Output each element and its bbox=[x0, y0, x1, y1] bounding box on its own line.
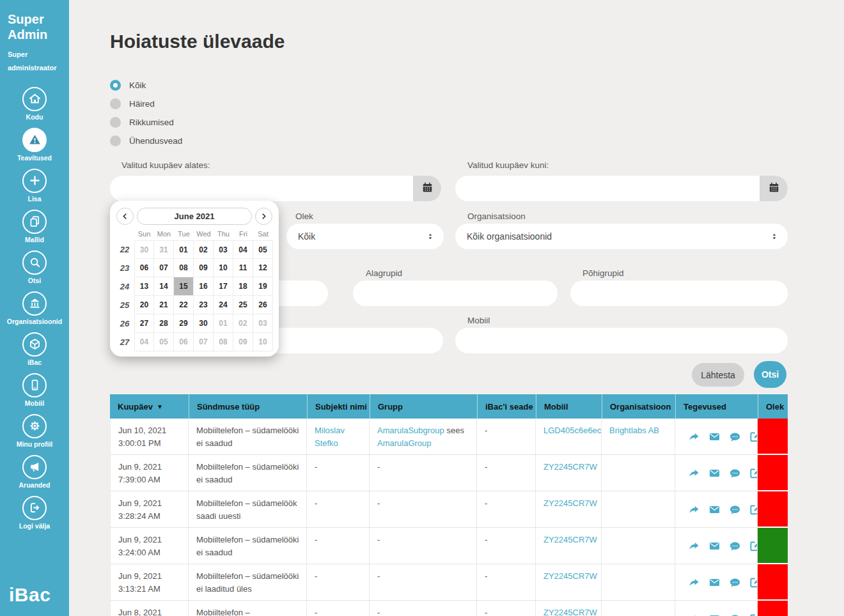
share-icon[interactable] bbox=[688, 576, 700, 589]
calendar-day[interactable]: 08 bbox=[174, 259, 194, 277]
calendar-day[interactable]: 09 bbox=[194, 259, 214, 277]
radio-option-haired[interactable]: Häired bbox=[110, 95, 182, 113]
share-icon[interactable] bbox=[688, 613, 700, 616]
calendar-day[interactable]: 11 bbox=[233, 259, 253, 277]
calendar-day[interactable]: 21 bbox=[154, 296, 174, 314]
calendar-day[interactable]: 29 bbox=[174, 314, 194, 333]
calendar-day[interactable]: 14 bbox=[154, 277, 174, 296]
calendar-day[interactable]: 08 bbox=[214, 333, 233, 351]
calendar-day[interactable]: 12 bbox=[253, 259, 273, 277]
column-header-kuupaev[interactable]: Kuupäev▼ bbox=[110, 394, 189, 419]
next-month-button[interactable] bbox=[255, 208, 272, 225]
column-header-sundmuse-tuup[interactable]: Sündmuse tüüp bbox=[189, 394, 307, 419]
mobile-link[interactable]: ZY2245CR7W bbox=[543, 608, 597, 616]
calendar-day[interactable]: 02 bbox=[233, 314, 253, 333]
calendar-day[interactable]: 03 bbox=[253, 314, 273, 333]
calendar-day[interactable]: 13 bbox=[134, 277, 154, 296]
calendar-day[interactable]: 10 bbox=[214, 259, 233, 277]
column-header-grupp[interactable]: Grupp bbox=[370, 394, 477, 419]
column-header-olek[interactable]: Olek bbox=[758, 394, 788, 419]
calendar-day[interactable]: 04 bbox=[233, 240, 253, 259]
radio-button[interactable] bbox=[110, 98, 121, 109]
column-header-organisatsioon[interactable]: Organisatsioon bbox=[602, 394, 675, 419]
calendar-day[interactable]: 10 bbox=[253, 333, 273, 351]
calendar-day[interactable]: 01 bbox=[174, 240, 194, 259]
calendar-day[interactable]: 24 bbox=[214, 296, 233, 314]
calendar-day[interactable]: 02 bbox=[194, 240, 214, 259]
radio-option-uhendusvead[interactable]: Ühendusvead bbox=[110, 132, 182, 150]
chat-icon[interactable] bbox=[729, 504, 741, 516]
mail-icon[interactable] bbox=[708, 467, 721, 479]
date-to-input[interactable] bbox=[455, 176, 788, 201]
column-header-tegevused[interactable]: Tegevused bbox=[675, 394, 758, 419]
calendar-day[interactable]: 16 bbox=[194, 277, 214, 296]
radio-button[interactable] bbox=[110, 117, 121, 128]
maingroups-input[interactable] bbox=[570, 281, 788, 306]
subject-link[interactable]: Miloslav Stefko bbox=[315, 426, 345, 448]
calendar-day[interactable]: 30 bbox=[134, 240, 154, 259]
calendar-day[interactable]: 06 bbox=[134, 259, 154, 277]
month-year-button[interactable]: June 2021 bbox=[137, 208, 252, 225]
radio-option-rikkumised[interactable]: Rikkumised bbox=[110, 113, 182, 132]
search-button[interactable]: Otsi bbox=[754, 361, 786, 388]
edit-icon[interactable] bbox=[749, 576, 758, 589]
mail-icon[interactable] bbox=[708, 576, 721, 589]
sidebar-item-lisa[interactable]: Lisa bbox=[0, 169, 69, 203]
edit-icon[interactable] bbox=[749, 613, 758, 616]
sidebar-item-otsi[interactable]: Otsi bbox=[0, 250, 69, 284]
mobile-link[interactable]: ZY2245CR7W bbox=[543, 462, 597, 472]
mobile-link[interactable]: ZY2245CR7W bbox=[543, 571, 597, 581]
mail-icon[interactable] bbox=[708, 540, 721, 552]
status-select[interactable]: Kõik bbox=[286, 224, 444, 249]
calendar-day[interactable]: 30 bbox=[194, 314, 214, 333]
prev-month-button[interactable] bbox=[116, 208, 134, 225]
sidebar-item-mallid[interactable]: Mallid bbox=[0, 210, 69, 243]
edit-icon[interactable] bbox=[749, 504, 758, 516]
column-header-mobiil[interactable]: Mobiil bbox=[536, 394, 602, 419]
chat-icon[interactable] bbox=[729, 613, 741, 616]
radio-button[interactable] bbox=[110, 80, 121, 91]
mobile-link[interactable]: LGD405c6e6ec01 bbox=[543, 426, 602, 435]
calendar-day[interactable]: 15 bbox=[174, 277, 194, 296]
calendar-day[interactable]: 05 bbox=[154, 333, 174, 351]
sidebar-item-aruanded[interactable]: Aruanded bbox=[0, 455, 69, 489]
sidebar-item-ibac[interactable]: iBac bbox=[0, 332, 69, 366]
sidebar-item-logi-valja[interactable]: Logi välja bbox=[0, 496, 69, 530]
edit-icon[interactable] bbox=[749, 540, 758, 552]
sidebar-item-teavitused[interactable]: Teavitused bbox=[0, 128, 69, 162]
chat-icon[interactable] bbox=[729, 540, 741, 552]
share-icon[interactable] bbox=[688, 504, 700, 516]
calendar-day[interactable]: 07 bbox=[194, 333, 214, 351]
edit-icon[interactable] bbox=[749, 467, 758, 479]
date-from-calendar-button[interactable] bbox=[413, 176, 441, 201]
mail-icon[interactable] bbox=[708, 504, 721, 516]
calendar-day[interactable]: 27 bbox=[134, 314, 154, 333]
sidebar-item-kodu[interactable]: Kodu bbox=[0, 87, 69, 121]
mobile-link[interactable]: ZY2245CR7W bbox=[543, 535, 597, 544]
calendar-day[interactable]: 26 bbox=[253, 296, 273, 314]
mail-icon[interactable] bbox=[708, 613, 721, 616]
share-icon[interactable] bbox=[688, 431, 700, 443]
chat-icon[interactable] bbox=[729, 431, 741, 443]
chat-icon[interactable] bbox=[729, 467, 741, 479]
calendar-day[interactable]: 20 bbox=[134, 296, 154, 314]
calendar-day[interactable]: 03 bbox=[214, 240, 233, 259]
calendar-day[interactable]: 06 bbox=[174, 333, 194, 351]
calendar-day[interactable]: 22 bbox=[174, 296, 194, 314]
column-header-subjekti-nimi[interactable]: Subjekti nimi bbox=[307, 394, 370, 419]
organisation-link[interactable]: Brightlabs AB bbox=[609, 426, 659, 435]
group-link[interactable]: AmarulaSubgroup bbox=[377, 426, 444, 435]
reset-button[interactable]: Lähtesta bbox=[692, 363, 744, 387]
calendar-day[interactable]: 19 bbox=[253, 277, 273, 296]
calendar-day[interactable]: 23 bbox=[194, 296, 214, 314]
mobile-input[interactable] bbox=[455, 328, 788, 353]
chat-icon[interactable] bbox=[729, 576, 741, 589]
sidebar-item-minu-profiil[interactable]: Minu profiil bbox=[0, 414, 69, 448]
date-from-input[interactable] bbox=[110, 176, 441, 201]
calendar-day[interactable]: 04 bbox=[134, 333, 154, 351]
calendar-day[interactable]: 05 bbox=[253, 240, 273, 259]
calendar-day[interactable]: 31 bbox=[154, 240, 174, 259]
calendar-day[interactable]: 18 bbox=[233, 277, 253, 296]
calendar-day[interactable]: 25 bbox=[233, 296, 253, 314]
calendar-day[interactable]: 01 bbox=[214, 314, 233, 333]
